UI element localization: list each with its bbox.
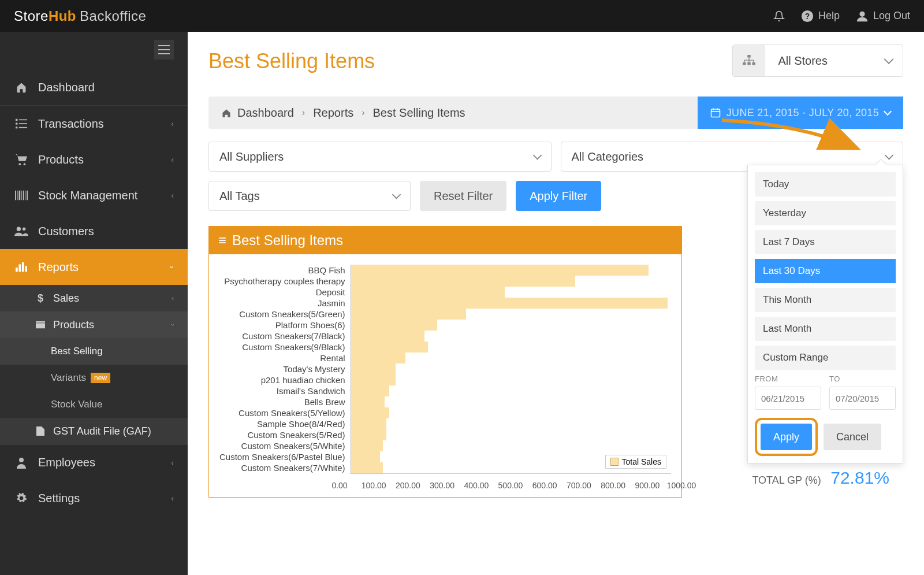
svg-point-22 bbox=[23, 228, 26, 231]
nav-gst-label: GST Audit File (GAF) bbox=[53, 425, 151, 437]
svg-rect-6 bbox=[16, 119, 17, 121]
svg-rect-7 bbox=[19, 120, 27, 121]
chart-x-tick: 200.00 bbox=[396, 481, 420, 490]
breadcrumb-reports[interactable]: Reports bbox=[313, 106, 353, 120]
chart-category-label: Custom Sneakers(7/Black) bbox=[242, 331, 345, 342]
chevron-down-icon: › bbox=[169, 324, 177, 326]
home-icon bbox=[14, 81, 29, 93]
total-gp-kpi: TOTAL GP (%) 72.81% bbox=[752, 468, 889, 488]
chevron-down-icon: › bbox=[168, 266, 177, 269]
nav-stock-label: Stock Management bbox=[38, 189, 137, 202]
gear-icon bbox=[14, 492, 29, 504]
chevron-left-icon: ‹ bbox=[171, 191, 174, 200]
nav-reports-sales[interactable]: $ Sales ‹ bbox=[0, 285, 188, 311]
svg-point-21 bbox=[17, 227, 21, 231]
chart-bar bbox=[351, 374, 396, 385]
nav-best-selling[interactable]: Best Selling bbox=[0, 338, 188, 365]
chart-x-tick: 800.00 bbox=[601, 481, 625, 490]
date-range-option[interactable]: Last 7 Days bbox=[755, 230, 896, 254]
nav-settings[interactable]: Settings ‹ bbox=[0, 480, 188, 516]
date-range-option[interactable]: Yesterday bbox=[755, 201, 896, 225]
breadcrumb-separator: › bbox=[362, 107, 364, 118]
menu-icon: ≡ bbox=[218, 232, 226, 248]
nav-customers-label: Customers bbox=[38, 225, 94, 238]
supplier-filter-value: All Suppliers bbox=[219, 150, 284, 164]
brand-left: Store bbox=[14, 8, 49, 24]
kpi-value: 72.81% bbox=[830, 468, 889, 487]
apply-date-button[interactable]: Apply bbox=[761, 424, 812, 450]
logout-button[interactable]: Log Out bbox=[856, 10, 910, 23]
cancel-date-button[interactable]: Cancel bbox=[824, 424, 881, 450]
svg-rect-14 bbox=[15, 191, 16, 201]
svg-point-13 bbox=[24, 163, 26, 165]
logout-label: Log Out bbox=[873, 10, 910, 22]
chart-bar bbox=[351, 462, 383, 473]
svg-rect-18 bbox=[23, 191, 24, 201]
svg-rect-24 bbox=[18, 264, 21, 272]
nav-reports-label: Reports bbox=[38, 261, 79, 274]
reset-filter-button[interactable]: Reset Filter bbox=[420, 181, 506, 211]
breadcrumb: Dashboard › Reports › Best Selling Items… bbox=[208, 97, 903, 129]
chart-category-label: Today's Mystery bbox=[284, 363, 345, 374]
apply-filter-button[interactable]: Apply Filter bbox=[516, 181, 601, 211]
main-content: Best Selling Items All Stores Dashboard … bbox=[188, 32, 924, 575]
nav-reports[interactable]: Reports › bbox=[0, 249, 188, 285]
supplier-filter[interactable]: All Suppliers bbox=[208, 142, 552, 172]
nav-reports-products[interactable]: Products › bbox=[0, 311, 188, 338]
new-badge: new bbox=[91, 373, 110, 383]
chart-category-label: Custom Sneakers(7/White) bbox=[241, 462, 345, 473]
date-range-button[interactable]: JUNE 21, 2015 - JULY 20, 2015 bbox=[698, 97, 903, 129]
chart-x-tick: 600.00 bbox=[532, 481, 557, 490]
chart-category-label: Custom Sneakers(5/Green) bbox=[239, 309, 345, 320]
nav-dashboard[interactable]: Dashboard bbox=[0, 69, 188, 105]
to-label: TO bbox=[829, 374, 896, 383]
date-range-option[interactable]: Today bbox=[755, 172, 896, 196]
chart-bar bbox=[351, 451, 380, 462]
bell-icon bbox=[773, 10, 785, 23]
chart-bars: Total Sales bbox=[350, 265, 671, 474]
chart-bar bbox=[351, 298, 668, 309]
nav-employees[interactable]: Employees ‹ bbox=[0, 444, 188, 480]
chart-category-label: Custom Sneakers(9/Black) bbox=[242, 342, 345, 353]
svg-rect-16 bbox=[18, 191, 20, 201]
notifications-button[interactable] bbox=[773, 10, 785, 23]
nav-products[interactable]: Products ‹ bbox=[0, 142, 188, 177]
sidebar-toggle[interactable] bbox=[154, 40, 174, 60]
file-icon bbox=[35, 426, 46, 436]
nav-stock[interactable]: Stock Management ‹ bbox=[0, 177, 188, 213]
chart-bar bbox=[351, 407, 390, 418]
from-date-input[interactable] bbox=[755, 387, 821, 410]
store-picker[interactable]: All Stores bbox=[732, 44, 903, 77]
help-button[interactable]: ? Help bbox=[801, 10, 840, 23]
best-selling-panel: ≡ Best Selling Items BBQ FishPsychothera… bbox=[208, 226, 682, 498]
chart-x-tick: 0.00 bbox=[331, 481, 347, 490]
box-icon bbox=[35, 321, 46, 329]
chart-category-label: Deposit bbox=[316, 287, 345, 298]
date-range-option[interactable]: This Month bbox=[755, 288, 896, 312]
nav-stock-value[interactable]: Stock Value bbox=[0, 391, 188, 418]
to-date-input[interactable] bbox=[829, 387, 896, 410]
nav-customers[interactable]: Customers bbox=[0, 213, 188, 249]
tag-filter[interactable]: All Tags bbox=[208, 181, 411, 211]
svg-point-29 bbox=[19, 458, 24, 462]
chart-x-tick: 1000.00 bbox=[667, 481, 696, 490]
nav-transactions[interactable]: Transactions ‹ bbox=[0, 106, 188, 142]
svg-rect-23 bbox=[16, 268, 18, 272]
dollar-icon: $ bbox=[35, 292, 46, 305]
kpi-label: TOTAL GP (%) bbox=[752, 474, 821, 486]
date-range-option[interactable]: Custom Range bbox=[755, 346, 896, 370]
nav-variants[interactable]: Variants new bbox=[0, 365, 188, 391]
legend-swatch bbox=[610, 458, 619, 466]
date-range-option[interactable]: Last Month bbox=[755, 317, 896, 341]
date-range-option[interactable]: Last 30 Days bbox=[755, 259, 896, 283]
chart-y-labels: BBQ FishPsychotherapy couples therapyDep… bbox=[219, 265, 345, 474]
store-picker-value: All Stores bbox=[765, 54, 903, 68]
nav-gst[interactable]: GST Audit File (GAF) bbox=[0, 418, 188, 444]
chart-bar bbox=[351, 331, 425, 342]
svg-rect-9 bbox=[19, 123, 27, 124]
chart-x-tick: 500.00 bbox=[498, 481, 523, 490]
chart-category-label: Psychotherapy couples therapy bbox=[224, 276, 345, 287]
nav-dashboard-label: Dashboard bbox=[38, 81, 95, 94]
list-icon bbox=[14, 118, 29, 129]
breadcrumb-home[interactable]: Dashboard bbox=[237, 106, 294, 120]
